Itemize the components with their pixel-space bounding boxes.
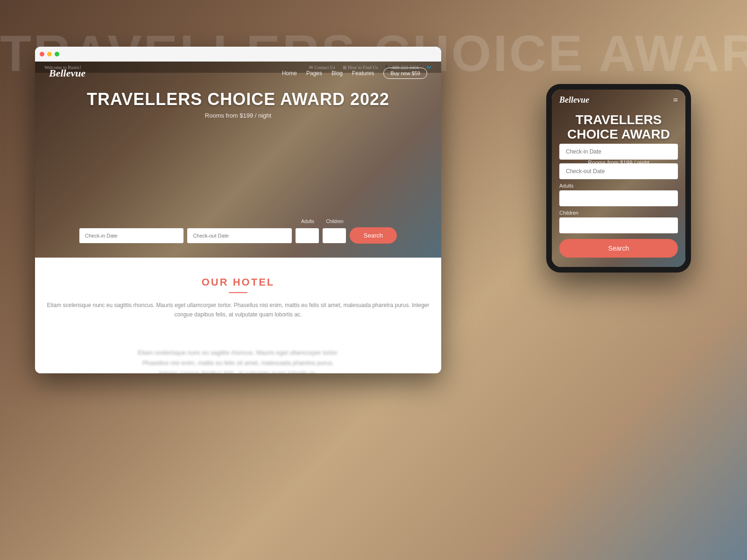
hamburger-icon[interactable]: ≡ <box>673 95 678 105</box>
section-body: Etiam scelerisque nunc eu sagittis rhonc… <box>44 301 432 320</box>
desktop-nav-links: Home Pages Blog Features Buy now $59 <box>282 68 427 79</box>
section-title: OUR HOTEL <box>44 276 432 288</box>
mobile-mockup: Bellevue ≡ TRAVELLERS CHOICE AWARD 2022 … <box>546 84 691 273</box>
nav-home[interactable]: Home <box>282 70 297 77</box>
desktop-hero: Welcome to Rustic! ✉ Contact Us ⊞ How to… <box>35 62 441 258</box>
desktop-hero-subtitle: Rooms from $199 / night <box>35 112 441 119</box>
desktop-mockup: Welcome to Rustic! ✉ Contact Us ⊞ How to… <box>35 47 441 373</box>
mobile-adults-label: Adults <box>559 183 678 189</box>
mobile-screen: Bellevue ≡ TRAVELLERS CHOICE AWARD 2022 … <box>552 90 685 267</box>
mobile-logo: Bellevue <box>559 95 589 105</box>
nav-cta-button[interactable]: Buy now $59 <box>383 68 427 79</box>
desktop-logo: Bellevue <box>49 67 85 79</box>
desktop-booking-form: Adults Children 2 2 Search <box>79 227 397 244</box>
nav-blog[interactable]: Blog <box>331 70 343 77</box>
browser-minimize-dot <box>47 52 52 56</box>
mobile-children-label: Children <box>559 210 678 216</box>
desktop-hero-title: TRAVELLERS CHOICE AWARD 2022 <box>35 90 441 109</box>
mobile-nav: Bellevue ≡ <box>552 90 685 110</box>
desktop-nav: Bellevue Home Pages Blog Features Buy no… <box>35 62 441 85</box>
nav-features[interactable]: Features <box>352 70 374 77</box>
mobile-search-button[interactable]: Search <box>559 239 678 258</box>
checkin-input[interactable] <box>79 228 183 243</box>
mobile-checkout-input[interactable] <box>559 163 678 179</box>
children-label: Children <box>323 219 346 224</box>
checkout-input[interactable] <box>187 228 291 243</box>
hotel-website: Welcome to Rustic! ✉ Contact Us ⊞ How to… <box>35 62 441 373</box>
our-hotel-section: OUR HOTEL Etiam scelerisque nunc eu sagi… <box>35 258 441 334</box>
nav-pages[interactable]: Pages <box>306 70 322 77</box>
blurred-section: Etiam scelerisque nunc eu sagittis rhonc… <box>35 334 441 373</box>
children-input[interactable]: 2 <box>323 228 346 243</box>
adults-label: Adults <box>296 219 319 224</box>
adults-input[interactable]: 2 <box>296 228 319 243</box>
mobile-children-input[interactable]: 2 <box>559 217 678 233</box>
mobile-booking-form: Adults 2 Children 2 Search <box>559 144 678 258</box>
browser-chrome <box>35 47 441 62</box>
mobile-checkin-input[interactable] <box>559 144 678 160</box>
mobile-adults-input[interactable]: 2 <box>559 190 678 206</box>
desktop-search-button[interactable]: Search <box>350 227 397 244</box>
browser-maximize-dot <box>55 52 59 56</box>
booking-labels: Adults Children <box>296 219 346 224</box>
browser-close-dot <box>40 52 44 56</box>
mobile-hero: Bellevue ≡ TRAVELLERS CHOICE AWARD 2022 … <box>552 90 685 267</box>
blurred-text: Etiam scelerisque nunc eu sagittis rhonc… <box>44 348 432 373</box>
desktop-hero-content: TRAVELLERS CHOICE AWARD 2022 Rooms from … <box>35 90 441 119</box>
section-divider <box>229 292 247 293</box>
